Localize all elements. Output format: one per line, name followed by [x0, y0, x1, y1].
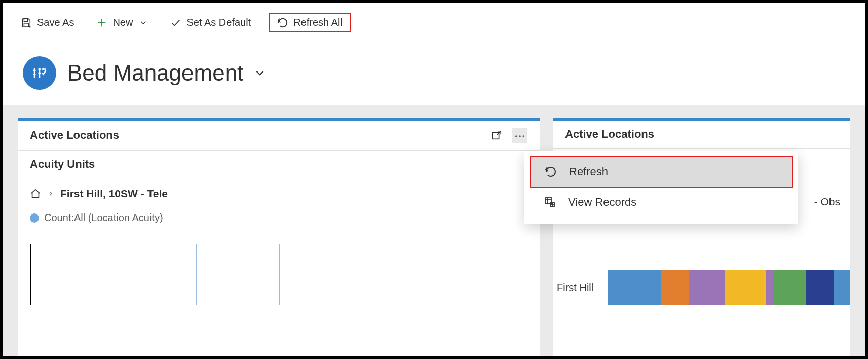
checkmark-icon [170, 17, 181, 28]
refresh-icon [277, 17, 288, 28]
page-title[interactable]: Bed Management [67, 60, 267, 86]
card-left-header: Active Locations [18, 121, 540, 151]
axis-tick [196, 244, 279, 305]
more-options-button[interactable] [512, 128, 527, 143]
axis-tick [30, 244, 114, 305]
chevron-down-icon [139, 18, 148, 27]
axis-tick [362, 244, 445, 305]
axis-tick [114, 244, 197, 305]
breadcrumb: First Hill, 10SW - Tele [18, 178, 540, 205]
bar-segment [608, 270, 661, 305]
bar-segment [725, 270, 766, 305]
card-left-title: Active Locations [30, 129, 119, 142]
new-button[interactable]: New [92, 15, 152, 30]
ellipsis-icon [514, 134, 525, 139]
plus-icon [96, 17, 107, 28]
card-right-title: Active Locations [565, 128, 654, 141]
chevron-down-icon [253, 66, 267, 80]
save-as-button[interactable]: Save As [17, 15, 78, 30]
chevron-right-icon [47, 190, 54, 197]
bar-segment [834, 270, 850, 305]
breadcrumb-fragment: - Obs [814, 196, 840, 208]
card-left-subtitle: Acuity Units [18, 151, 540, 178]
context-menu: Refresh View Records [524, 151, 798, 224]
home-icon[interactable] [30, 188, 41, 199]
new-label: New [112, 17, 133, 28]
svg-rect-0 [24, 18, 27, 21]
bar-segment [806, 270, 834, 305]
card-right-header: Active Locations [553, 121, 850, 149]
stacked-bar-label: First Hill [557, 282, 593, 294]
refresh-all-button[interactable]: Refresh All [269, 13, 351, 32]
legend-dot-icon [30, 213, 39, 223]
menu-view-records[interactable]: View Records [530, 188, 793, 217]
card-left-actions [491, 128, 527, 143]
bar-segment [766, 270, 773, 305]
legend-label: Count:All (Location Acuity) [44, 212, 163, 224]
bar-segment [773, 270, 806, 305]
chart-legend: Count:All (Location Acuity) [18, 205, 540, 229]
page-title-label: Bed Management [67, 60, 243, 86]
menu-refresh-label: Refresh [569, 165, 608, 178]
refresh-all-label: Refresh All [293, 17, 343, 28]
breadcrumb-location[interactable]: First Hill, 10SW - Tele [60, 188, 168, 200]
dashboard-badge-icon [23, 56, 56, 90]
set-default-label: Set As Default [186, 17, 251, 28]
save-as-label: Save As [37, 17, 74, 28]
records-icon [544, 196, 556, 208]
svg-point-15 [519, 135, 521, 137]
axis-tick [445, 244, 528, 305]
stacked-bar [608, 270, 850, 305]
toolbar: Save As New Set As Default Refresh All [3, 3, 865, 43]
svg-point-16 [523, 135, 525, 137]
expand-icon[interactable] [491, 130, 502, 141]
save-icon [21, 17, 32, 28]
menu-view-records-label: View Records [568, 196, 636, 209]
stacked-bar-chart: First Hill [553, 270, 850, 305]
card-active-locations-right: Active Locations Refresh View Records - … [553, 118, 850, 358]
svg-rect-1 [24, 23, 28, 26]
axis-tick [279, 244, 362, 305]
bar-segment [661, 270, 688, 305]
bar-segment [689, 270, 726, 305]
menu-refresh[interactable]: Refresh [530, 156, 793, 188]
set-default-button[interactable]: Set As Default [166, 15, 255, 30]
dashboard-body: Active Locations Acuity Units [3, 105, 865, 358]
svg-point-14 [515, 135, 517, 137]
page-title-row: Bed Management [3, 43, 865, 105]
refresh-icon [545, 166, 557, 178]
chart-axis [30, 244, 527, 305]
card-active-locations-left: Active Locations Acuity Units [18, 118, 540, 358]
